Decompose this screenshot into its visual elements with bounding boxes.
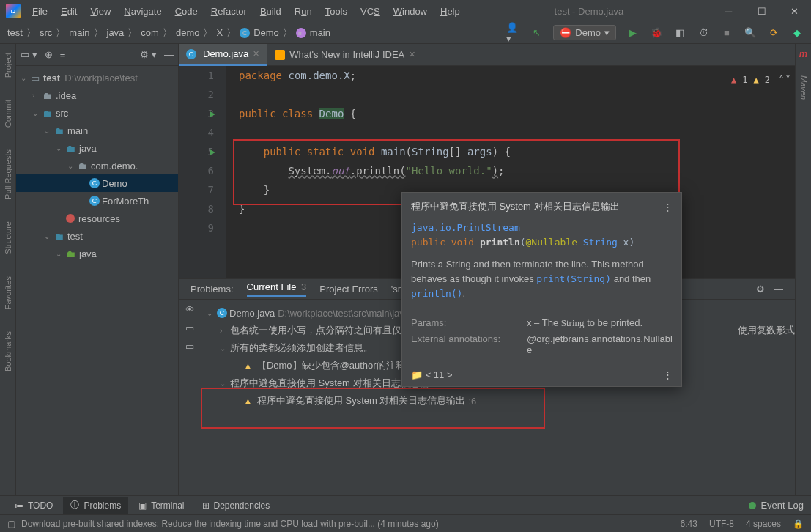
crumb[interactable]: com — [141, 27, 159, 38]
more-icon[interactable]: ⋮ — [663, 202, 673, 213]
strip-maven[interactable]: Maven — [798, 73, 810, 103]
strip-favorites[interactable]: Favorites — [2, 272, 14, 314]
run-gutter-icon[interactable]: ▶ — [210, 104, 215, 123]
tree-row[interactable]: resources — [16, 210, 178, 227]
tab-project-errors[interactable]: Project Errors — [319, 284, 377, 295]
menu-navigate[interactable]: Navigate — [118, 3, 167, 20]
tab-current-file[interactable]: Current File 3 — [247, 281, 307, 297]
lock-icon[interactable]: 🔒 — [793, 519, 804, 529]
cursor-position[interactable]: 6:43 — [681, 519, 697, 529]
crumb[interactable]: X — [216, 27, 223, 38]
root-path: D:\workplace\test — [64, 73, 138, 84]
strip-project[interactable]: Project — [2, 48, 14, 82]
project-tree[interactable]: ⌄ ▭ test D:\workplace\test ›🖿.idea⌄🖿src⌄… — [16, 66, 178, 495]
tree-row[interactable]: ›🖿.idea — [16, 86, 178, 104]
tree-row[interactable]: CDemo — [16, 174, 178, 192]
crumb[interactable]: test — [7, 27, 23, 38]
back-icon[interactable]: ↖ — [530, 26, 543, 40]
strip-structure[interactable]: Structure — [2, 217, 14, 259]
menu-file[interactable]: File — [26, 3, 53, 20]
crumb[interactable]: demo — [176, 27, 200, 38]
close-icon[interactable]: ✕ — [253, 49, 259, 59]
panel-icon2[interactable]: ▭ — [185, 341, 194, 352]
tree-row[interactable]: ⌄🖿java — [16, 139, 178, 157]
run-config-select[interactable]: ⛔ Demo ▾ — [553, 25, 616, 40]
eye-icon[interactable]: 👁 — [185, 304, 195, 315]
tab-problems[interactable]: ⓘProblems — [63, 497, 128, 514]
tree-label: resources — [78, 213, 120, 224]
menu-tools[interactable]: Tools — [319, 3, 353, 20]
minimize-button[interactable]: ─ — [712, 0, 745, 22]
code-line[interactable]: public static void main(String[] args) { — [239, 142, 795, 161]
panel-icon[interactable]: ▭ — [185, 322, 194, 333]
strip-bookmarks[interactable]: Bookmarks — [2, 327, 14, 376]
stop-icon[interactable]: ■ — [720, 26, 733, 40]
tree-row[interactable]: ⌄🖿com.demo. — [16, 157, 178, 174]
menu-build[interactable]: Build — [254, 3, 287, 20]
sync-icon[interactable]: ⟳ — [767, 26, 780, 40]
debug-icon[interactable]: 🐞 — [650, 26, 663, 40]
next-highlight-icon[interactable]: ˅ — [785, 70, 790, 89]
user-icon[interactable]: 👤▾ — [506, 26, 519, 40]
crumb[interactable]: main — [69, 27, 89, 38]
code-line[interactable]: package com.demo.X; — [239, 66, 795, 85]
strip-commit[interactable]: Commit — [2, 95, 14, 132]
tab-demo-java[interactable]: C Demo.java ✕ — [179, 44, 267, 66]
more-icon[interactable]: ⋮ — [663, 369, 673, 380]
expand-icon[interactable]: ≡ — [60, 49, 66, 60]
crumb[interactable]: java — [107, 27, 125, 38]
doc-link[interactable]: print(String) — [536, 273, 611, 284]
code-line[interactable]: System.out.println("Hello world."); — [239, 161, 795, 180]
menu-view[interactable]: View — [84, 3, 116, 20]
maximize-button[interactable]: ☐ — [745, 0, 778, 22]
doc-link[interactable]: println() — [411, 288, 462, 299]
menu-vcs[interactable]: VCS — [355, 3, 386, 20]
locate-icon[interactable]: ⊕ — [45, 49, 53, 60]
tool-window-icon[interactable]: ▢ — [7, 519, 15, 529]
crumb[interactable]: Demo — [253, 27, 279, 38]
tree-row[interactable]: ⌄🖿main — [16, 122, 178, 139]
crumb[interactable]: src — [40, 27, 52, 38]
menu-code[interactable]: Code — [169, 3, 204, 20]
code-line[interactable]: public class Demo { — [239, 104, 795, 123]
crumb[interactable]: main — [310, 27, 330, 38]
strip-pull-requests[interactable]: Pull Requests — [2, 145, 14, 204]
ide-icon[interactable]: ◆ — [790, 26, 804, 40]
tab-event-log[interactable]: Event Log — [760, 500, 804, 511]
tab-dependencies[interactable]: ⊞Dependencies — [195, 498, 278, 513]
tree-row[interactable]: ⌄🖿java — [16, 245, 178, 262]
tab-whats-new[interactable]: What's New in IntelliJ IDEA ✕ — [267, 44, 423, 66]
run-icon[interactable]: ▶ — [626, 26, 640, 40]
profiler-icon[interactable]: ⏱ — [697, 26, 710, 40]
close-icon[interactable]: ✕ — [409, 50, 415, 59]
tree-row[interactable]: ⌄🖿src — [16, 104, 178, 122]
source-icon[interactable]: 📁 < 11 > — [411, 369, 453, 380]
code-line[interactable] — [239, 85, 795, 104]
gear-icon[interactable]: ⚙ — [756, 284, 765, 295]
hide-icon[interactable]: — — [774, 284, 783, 295]
menu-help[interactable]: Help — [434, 3, 466, 20]
tree-row[interactable]: CForMoreTh — [16, 192, 178, 210]
run-gutter-icon[interactable]: ▶ — [210, 142, 215, 161]
menu-run[interactable]: Run — [289, 3, 318, 20]
coverage-icon[interactable]: ◧ — [673, 26, 686, 40]
menu-edit[interactable]: Edit — [55, 3, 83, 20]
inspection-summary[interactable]: ▲1 ▲2 — [731, 70, 770, 89]
menu-window[interactable]: Window — [388, 3, 433, 20]
tab-terminal[interactable]: ▣Terminal — [131, 498, 191, 513]
gear-icon[interactable]: ⚙ ▾ — [140, 49, 157, 60]
problem-row[interactable]: ▲程序中避免直接使用 System 对相关日志信息输出:6 — [201, 392, 795, 410]
project-select-icon[interactable]: ▭ ▾ — [21, 49, 37, 60]
tree-row[interactable]: ⌄🖿test — [16, 227, 178, 245]
search-icon[interactable]: 🔍 — [744, 26, 757, 40]
menu-refactor[interactable]: Refactor — [205, 3, 253, 20]
prev-highlight-icon[interactable]: ˄ — [779, 70, 784, 89]
indent[interactable]: 4 spaces — [746, 519, 781, 529]
code-line[interactable] — [239, 123, 795, 142]
popup-package[interactable]: java.io.PrintStream — [411, 222, 520, 233]
tab-todo[interactable]: ≔TODO — [7, 498, 60, 513]
hide-icon[interactable]: — — [164, 49, 174, 60]
close-button[interactable]: ✕ — [778, 0, 811, 22]
encoding[interactable]: UTF-8 — [709, 519, 734, 529]
editor-gutter[interactable]: 123▶45▶6789 — [179, 66, 226, 278]
